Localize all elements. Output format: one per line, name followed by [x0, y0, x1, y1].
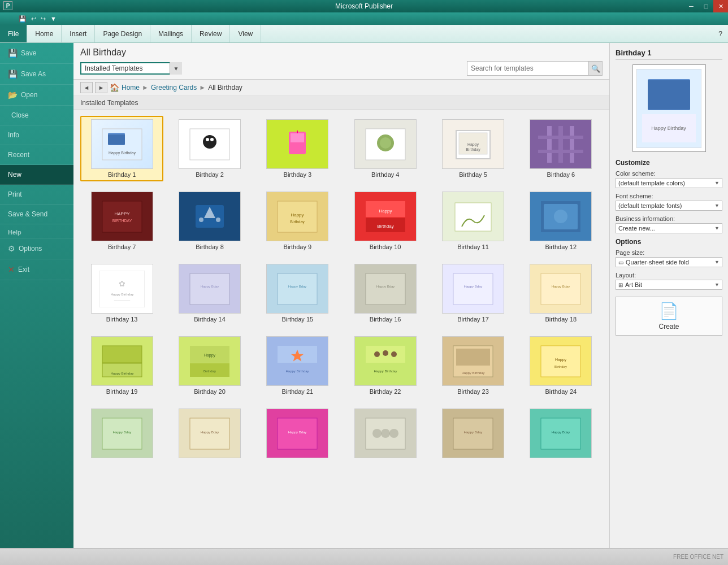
- template-item-b14[interactable]: Happy Bday Birthday 14: [168, 260, 251, 326]
- svg-point-49: [554, 210, 567, 223]
- page-size-label: Page size:: [616, 249, 722, 256]
- template-item-b12[interactable]: Birthday 12: [519, 188, 603, 254]
- template-item-b2[interactable]: Birthday 2: [168, 116, 251, 181]
- help-button[interactable]: ?: [713, 25, 728, 42]
- template-item-b10[interactable]: Happy Birthday Birthday 10: [344, 188, 427, 254]
- breadcrumb-back-button[interactable]: ◄: [80, 82, 93, 93]
- template-preview: Happy Birthday: [632, 64, 706, 152]
- breadcrumb-forward-button[interactable]: ►: [95, 82, 107, 93]
- tab-review[interactable]: Review: [192, 25, 230, 42]
- template-item-b23[interactable]: Happy Birthday Birthday 23: [431, 333, 514, 398]
- template-item-b26[interactable]: Happy Bday: [168, 405, 251, 464]
- svg-text:Birthday: Birthday: [466, 147, 480, 152]
- qa-redo[interactable]: ↪: [39, 15, 47, 23]
- svg-text:Happy Bday: Happy Bday: [464, 431, 483, 434]
- template-item-b21[interactable]: Happy Birthday Birthday 21: [256, 333, 339, 398]
- template-item-b22[interactable]: Happy Birthday Birthday 22: [344, 333, 427, 398]
- close-button[interactable]: ✕: [713, 0, 728, 12]
- open-icon: 📂: [8, 90, 18, 99]
- svg-point-83: [374, 351, 380, 357]
- tab-home[interactable]: Home: [27, 25, 62, 42]
- templates-area: Installed Templates Happy Birthday: [73, 96, 609, 548]
- search-button[interactable]: 🔍: [588, 62, 602, 75]
- template-item-b5[interactable]: Happy Birthday Birthday 5: [431, 116, 514, 181]
- tab-insert[interactable]: Insert: [62, 25, 95, 42]
- template-item-b24[interactable]: Happy Birthday Birthday 24: [519, 333, 603, 398]
- sidebar-item-open[interactable]: 📂 Open: [0, 85, 73, 106]
- minimize-button[interactable]: ─: [684, 0, 699, 12]
- breadcrumb-sep1: ►: [142, 84, 149, 92]
- template-source-dropdown[interactable]: Installed Templates: [80, 62, 182, 75]
- create-button[interactable]: 📄 Create: [616, 297, 722, 336]
- tab-file[interactable]: File: [0, 25, 27, 42]
- template-item-b19[interactable]: Happy Birthday Birthday 19: [80, 333, 163, 398]
- template-item-b27[interactable]: Happy Bday: [256, 405, 339, 464]
- qa-save[interactable]: 💾: [17, 15, 28, 23]
- template-item-b3[interactable]: Birthday 3: [256, 116, 339, 181]
- template-item-b6[interactable]: Birthday 6: [519, 116, 603, 181]
- breadcrumb-home-link[interactable]: Home: [122, 84, 140, 92]
- template-item-b1[interactable]: Happy Birthday Birthday 1: [80, 116, 163, 181]
- templates-scroll[interactable]: Happy Birthday Birthday 1: [73, 110, 609, 548]
- layout-dropdown[interactable]: ⊞ Art Bit ▼: [616, 280, 722, 290]
- sidebar-item-save[interactable]: 💾 Save: [0, 43, 73, 64]
- svg-text:Happy Birthday: Happy Birthday: [374, 370, 397, 373]
- template-thumb-b30: Happy Bday: [530, 408, 592, 458]
- font-scheme-dropdown[interactable]: (default template fonts) ▼: [616, 201, 722, 211]
- svg-text:Birthday: Birthday: [203, 370, 216, 373]
- template-thumb-b3: [266, 119, 328, 169]
- template-item-b7[interactable]: HAPPY BIRTHDAY Birthday 7: [80, 188, 163, 254]
- template-item-b11[interactable]: Birthday 11: [431, 188, 514, 254]
- template-item-b4[interactable]: Birthday 4: [344, 116, 427, 181]
- template-thumb-b13: ✿ Happy Birthday ────────: [91, 264, 153, 314]
- sidebar-item-exit[interactable]: ✕ Exit: [0, 259, 73, 280]
- search-input[interactable]: [467, 63, 588, 74]
- page-size-value: Quarter-sheet side fold: [626, 259, 689, 266]
- template-name-b7: Birthday 7: [108, 244, 136, 250]
- template-item-b17[interactable]: Happy Bday Birthday 17: [431, 260, 514, 326]
- template-item-b16[interactable]: Happy Bday Birthday 16: [344, 260, 427, 326]
- sidebar-item-print[interactable]: Print: [0, 185, 73, 205]
- sidebar-item-options[interactable]: ⚙ Options: [0, 238, 73, 259]
- template-item-b30[interactable]: Happy Bday: [519, 405, 603, 464]
- template-thumb-b23: Happy Birthday: [442, 336, 504, 386]
- sidebar-item-new[interactable]: New: [0, 165, 73, 185]
- svg-text:Happy Bday: Happy Bday: [464, 285, 483, 288]
- sidebar-item-recent[interactable]: Recent: [0, 145, 73, 165]
- qa-more[interactable]: ▼: [49, 15, 58, 23]
- template-item-b25[interactable]: Happy Bday: [80, 405, 163, 464]
- svg-point-108: [389, 429, 398, 438]
- color-scheme-dropdown[interactable]: (default template colors) ▼: [616, 178, 722, 188]
- maximize-button[interactable]: □: [699, 0, 713, 12]
- template-item-b29[interactable]: Happy Bday: [431, 405, 514, 464]
- template-item-b20[interactable]: Happy Birthday Birthday 20: [168, 333, 251, 398]
- sidebar-item-info[interactable]: Info: [0, 125, 73, 145]
- template-item-b15[interactable]: Happy Bday Birthday 15: [256, 260, 339, 326]
- svg-point-85: [391, 351, 397, 357]
- sidebar-item-save-as[interactable]: 💾 Save As: [0, 64, 73, 85]
- business-info-arrow-icon: ▼: [714, 225, 720, 231]
- template-name-b11: Birthday 11: [457, 244, 489, 250]
- sidebar-item-save-send[interactable]: Save & Send: [0, 205, 73, 224]
- customize-heading: Customize: [616, 159, 722, 167]
- breadcrumb-greeting-cards-link[interactable]: Greeting Cards: [151, 84, 197, 92]
- template-thumb-b10: Happy Birthday: [354, 192, 417, 241]
- template-item-b28[interactable]: [344, 405, 427, 464]
- tab-page-design[interactable]: Page Design: [95, 25, 150, 42]
- sidebar-label-save-send: Save & Send: [8, 210, 47, 218]
- template-item-b18[interactable]: Happy Bday Birthday 18: [519, 260, 603, 326]
- tab-mailings[interactable]: Mailings: [150, 25, 192, 42]
- template-name-b21: Birthday 21: [281, 388, 313, 395]
- template-name-b16: Birthday 16: [370, 316, 401, 323]
- template-thumb-b20: Happy Birthday: [179, 336, 241, 386]
- template-item-b13[interactable]: ✿ Happy Birthday ──────── Birthday 13: [80, 260, 163, 326]
- page-size-dropdown[interactable]: ▭ Quarter-sheet side fold ▼: [616, 257, 722, 267]
- template-item-b8[interactable]: Birthday 8: [168, 188, 251, 254]
- template-item-b9[interactable]: Happy Birthday Birthday 9: [256, 188, 339, 254]
- qa-undo[interactable]: ↩: [29, 15, 38, 23]
- business-info-dropdown[interactable]: Create new... ▼: [616, 223, 722, 233]
- template-thumb-b12: [530, 192, 592, 241]
- tab-view[interactable]: View: [230, 25, 261, 42]
- layout-icon: ⊞: [618, 282, 623, 288]
- sidebar-item-close[interactable]: Close: [0, 106, 73, 125]
